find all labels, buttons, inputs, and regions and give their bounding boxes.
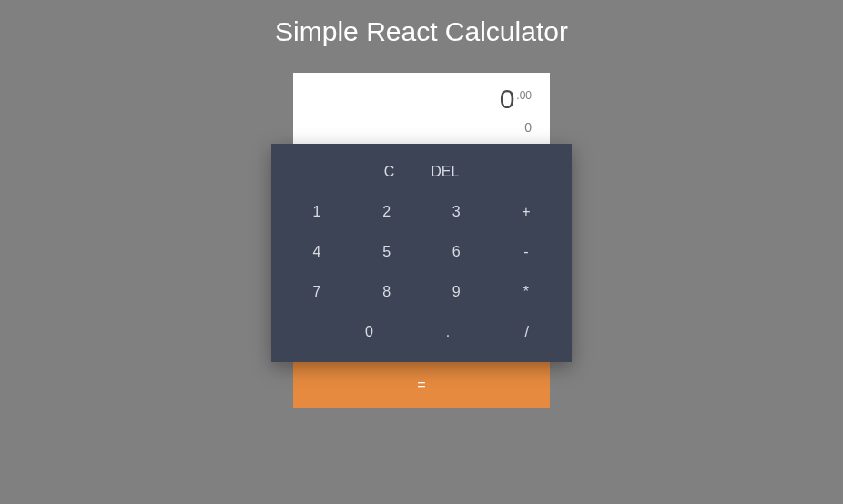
display-main: 0 .00: [311, 86, 532, 113]
divide-button[interactable]: /: [509, 324, 544, 340]
eight-button[interactable]: 8: [369, 284, 405, 300]
calculator: 0 .00 0 C DEL 1 2 3 + 4 5 6 - 7: [293, 73, 550, 408]
minus-button[interactable]: -: [508, 244, 544, 260]
clear-button[interactable]: C: [384, 164, 395, 180]
zero-button[interactable]: 0: [351, 324, 387, 340]
display-main-integer: 0: [500, 86, 515, 113]
keypad-row-1: 1 2 3 +: [299, 204, 544, 220]
plus-button[interactable]: +: [508, 204, 544, 220]
four-button[interactable]: 4: [299, 244, 335, 260]
five-button[interactable]: 5: [369, 244, 405, 260]
keypad: C DEL 1 2 3 + 4 5 6 - 7 8 9 * 0: [271, 144, 572, 362]
keypad-row-2: 4 5 6 -: [299, 244, 544, 260]
one-button[interactable]: 1: [299, 204, 335, 220]
seven-button[interactable]: 7: [299, 284, 335, 300]
keypad-wrapper: C DEL 1 2 3 + 4 5 6 - 7 8 9 * 0: [271, 144, 572, 408]
nine-button[interactable]: 9: [438, 284, 474, 300]
delete-button[interactable]: DEL: [431, 164, 459, 180]
multiply-button[interactable]: *: [508, 284, 544, 300]
display-secondary: 0: [311, 120, 532, 135]
keypad-row-3: 7 8 9 *: [299, 284, 544, 300]
keypad-row-4: 0 . /: [299, 324, 544, 340]
display-main-decimal: .00: [516, 90, 532, 101]
three-button[interactable]: 3: [438, 204, 474, 220]
page-title: Simple React Calculator: [275, 16, 568, 47]
display: 0 .00 0: [293, 73, 550, 144]
dot-button[interactable]: .: [431, 324, 466, 340]
keypad-row-top: C DEL: [299, 164, 544, 180]
equals-button[interactable]: =: [293, 362, 550, 408]
six-button[interactable]: 6: [438, 244, 474, 260]
two-button[interactable]: 2: [369, 204, 405, 220]
